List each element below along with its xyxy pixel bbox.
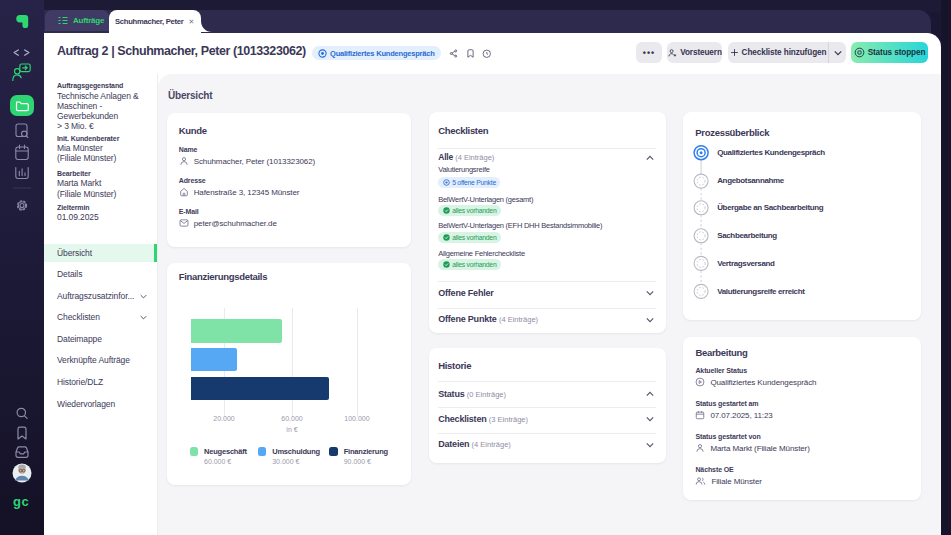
- svg-text:gc: gc: [13, 494, 29, 509]
